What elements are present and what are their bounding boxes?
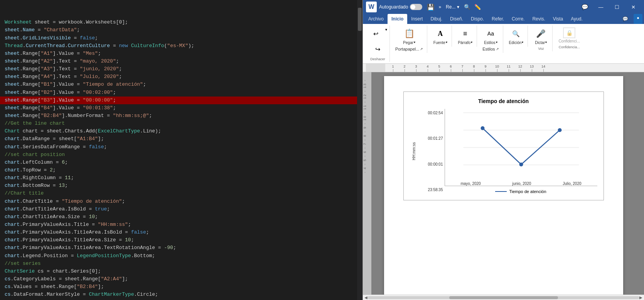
paste-icon: 📋 bbox=[403, 27, 415, 40]
styles-icon: Aa bbox=[484, 27, 497, 40]
tab-inicio[interactable]: Inicio bbox=[388, 14, 407, 24]
y-axis-tick: 00:00:01 bbox=[428, 162, 443, 166]
close-button[interactable]: ✕ bbox=[625, 2, 641, 12]
comment-icon[interactable]: 💬 bbox=[577, 2, 592, 12]
autosave-text: Autoguardado bbox=[379, 4, 408, 10]
word-logo: W bbox=[366, 2, 377, 12]
tab-archivo[interactable]: Archivo bbox=[364, 14, 388, 24]
ribbon-content: ↩ ▾ ↪ Deshacer 📋 Pegar ▾ bbox=[363, 24, 644, 64]
confidencialidad-button[interactable]: 🔒 Confidenci... bbox=[556, 26, 582, 44]
ruler-tick: 3 bbox=[410, 64, 422, 72]
scroll-track[interactable] bbox=[368, 296, 639, 299]
code-line: sheet.Range["B2:B4"].NumberFormat = "hh:… bbox=[5, 112, 358, 120]
parrafo-group: ≡ Párrafo ▾ bbox=[453, 25, 477, 47]
code-line: chart.SeriesDataFromRange = false; bbox=[5, 143, 358, 151]
scroll-left-arrow[interactable]: ◀ bbox=[364, 295, 368, 300]
pegar-chevron-icon: ▾ bbox=[414, 41, 415, 44]
autosave-toggle[interactable] bbox=[410, 4, 422, 10]
code-line: chart.PrimaryValueAxis.TitleArea.Size = … bbox=[5, 236, 358, 244]
vertical-scrollbar[interactable] bbox=[357, 0, 362, 300]
tab-revisar[interactable]: Revis. bbox=[528, 14, 549, 24]
ruler-tick: 6 bbox=[445, 64, 457, 72]
ruler-tick: 4 bbox=[422, 64, 433, 72]
svg-point-6 bbox=[558, 128, 561, 132]
ruler-margin bbox=[366, 64, 385, 72]
ruler-tick: 10 bbox=[491, 64, 503, 72]
font-icon: A bbox=[434, 27, 447, 40]
tab-vista[interactable]: Vista bbox=[549, 14, 567, 24]
pegar-group: 📋 Pegar ▾ Portapapel... ↗ bbox=[391, 25, 427, 53]
dictar-group: 🎤 Dictar ▾ Voz bbox=[529, 25, 553, 51]
code-line: Thread.CurrentThread.CurrentCulture = ne… bbox=[5, 42, 358, 50]
tab-insert[interactable]: Insert bbox=[407, 14, 427, 24]
fuente-button[interactable]: A Fuente ▾ bbox=[432, 26, 449, 46]
scroll-right-arrow[interactable]: ▶ bbox=[639, 295, 642, 300]
pen-icon[interactable]: ✏️ bbox=[474, 4, 481, 10]
portapapeles-expand-icon: ↗ bbox=[420, 47, 423, 51]
undo-dropdown[interactable]: ▾ bbox=[384, 26, 388, 41]
pegar-button[interactable]: 📋 Pegar ▾ bbox=[401, 26, 417, 46]
code-line: sheet.Name = "ChartData"; bbox=[5, 26, 358, 34]
tab-ayuda[interactable]: Ayud. bbox=[567, 14, 586, 24]
vertical-numbers: - 4 - 5 - 6 - 7 - 8 - 9 - 10 - 11 - 12 -… bbox=[363, 72, 371, 295]
code-line: //set series bbox=[5, 260, 358, 268]
code-line: cs.DataPoints.DefaultDataPoint.DataLabel… bbox=[5, 298, 358, 300]
tab-diseño[interactable]: Diseñ. bbox=[446, 14, 467, 24]
window-controls: 💬 — ☐ ✕ bbox=[577, 2, 641, 12]
portapapeles-label: Portapapel... bbox=[395, 47, 419, 51]
edicion-button[interactable]: 🔍 Edición ▾ bbox=[507, 26, 526, 46]
confidential-icon: 🔒 bbox=[563, 27, 575, 38]
code-line: chart.ChartTitleArea.IsBold = true; bbox=[5, 205, 358, 213]
fuente-group: A Fuente ▾ bbox=[429, 25, 452, 47]
tab-referencias[interactable]: Refer. bbox=[488, 14, 508, 24]
search-icon[interactable]: 🔍 bbox=[464, 4, 470, 10]
code-content: Worksheet sheet = workbook.Worksheets[0]… bbox=[0, 0, 362, 300]
tab-correspondencia[interactable]: Corre. bbox=[508, 14, 528, 24]
estilos-chevron-icon: ▾ bbox=[496, 41, 497, 44]
y-axis-tick: 00:02:54 bbox=[428, 111, 443, 115]
estilos-button[interactable]: Aa Estilos ▾ bbox=[482, 26, 499, 46]
save-icon[interactable]: 💾 bbox=[427, 3, 435, 11]
tab-disposicion[interactable]: Dispo. bbox=[467, 14, 488, 24]
more-options-icon[interactable]: » bbox=[438, 4, 441, 10]
scroll-thumb-horizontal[interactable] bbox=[449, 296, 558, 299]
ruler-tick: 11 bbox=[503, 64, 514, 72]
dictar-label: Dictar bbox=[535, 41, 545, 45]
code-line: sheet.Range["A2"].Text = "mayo, 2020"; bbox=[5, 58, 358, 65]
scroll-thumb[interactable] bbox=[358, 8, 362, 31]
ribbon-tabs: Archivo Inicio Insert Dibuj. Diseñ. Disp… bbox=[363, 14, 644, 24]
estilos-expand-button[interactable]: Estilos ↗ bbox=[481, 46, 500, 52]
blue-badge: ● bbox=[634, 14, 642, 24]
confidencialidad-label: Confidenci... bbox=[558, 39, 580, 43]
y-axis-tick: 00:01:27 bbox=[428, 136, 443, 141]
maximize-button[interactable]: ☐ bbox=[609, 2, 625, 12]
microphone-icon: 🎤 bbox=[535, 27, 547, 40]
x-label-julio: Julio, 2020 bbox=[563, 181, 581, 186]
document-area: - 4 - 5 - 6 - 7 - 8 - 9 - 10 - 11 - 12 -… bbox=[363, 72, 644, 295]
parrafo-button[interactable]: ≡ Párrafo ▾ bbox=[456, 26, 474, 46]
ruler-tick: 1 bbox=[387, 64, 399, 72]
minimize-button[interactable]: — bbox=[593, 2, 609, 12]
estilos-expand-label: Estilos bbox=[482, 47, 495, 51]
code-line: sheet.Range["A1"].Value = "Mes"; bbox=[5, 50, 358, 58]
redo-button[interactable]: ↪ bbox=[370, 42, 386, 56]
tab-dibujar[interactable]: Dibuj. bbox=[427, 14, 446, 24]
code-line: sheet.GridLinesVisible = false; bbox=[5, 34, 358, 42]
chart-legend: Tiempo de atención bbox=[445, 189, 597, 194]
code-line: //Get the line chart bbox=[5, 120, 358, 127]
comments-icon[interactable]: 💬 bbox=[619, 14, 632, 24]
dictar-chevron-icon: ▾ bbox=[545, 41, 547, 44]
svg-point-5 bbox=[519, 163, 523, 166]
estilos-label: Estilos bbox=[484, 41, 495, 45]
bottom-scrollbar[interactable]: ◀ ▶ bbox=[363, 295, 644, 300]
dictar-button[interactable]: 🎤 Dictar ▾ bbox=[533, 26, 549, 46]
code-line: sheet.Range["A3"].Text = "junio, 2020"; bbox=[5, 65, 358, 73]
chart-plot-area: mayo, 2020 junio, 2020 Julio, 2020 bbox=[445, 109, 597, 186]
parrafo-chevron-icon: ▾ bbox=[471, 41, 472, 44]
portapapeles-button[interactable]: Portapapel... ↗ bbox=[394, 46, 425, 52]
code-line: chart.RightColumn = 11; bbox=[5, 174, 358, 182]
edicion-group: 🔍 Edición ▾ bbox=[505, 25, 528, 47]
y-axis-tick: 23:58:35 bbox=[428, 188, 443, 192]
undo-button[interactable]: ↩ bbox=[368, 26, 384, 41]
code-line: chart.PrimaryValueAxis.TitleArea.IsBold … bbox=[5, 229, 358, 236]
